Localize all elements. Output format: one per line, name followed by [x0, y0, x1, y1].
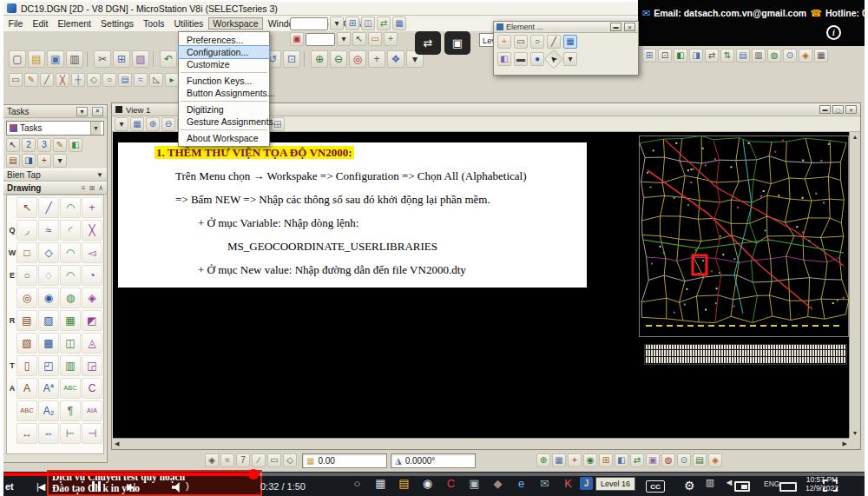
zoom-in-icon[interactable]: ⊕ [311, 50, 328, 68]
drawing-tool-icon[interactable]: A₂ [38, 400, 59, 421]
menuitem-digitizing[interactable]: Digitizing [179, 103, 269, 116]
view-attributes-icon[interactable]: ▦ [130, 117, 144, 131]
status-slash-icon[interactable]: ∕ [252, 453, 266, 467]
map-svg[interactable] [639, 136, 849, 337]
drawing-tool-icon[interactable]: ▤ [16, 310, 37, 331]
selection-arrow-icon[interactable]: ➤ [544, 50, 564, 69]
status-snap-icon[interactable]: ◈ [205, 453, 219, 467]
vertical-scrollbar[interactable]: ▲ ▼ [849, 132, 860, 438]
drawing-tool-icon[interactable]: ◫ [60, 333, 81, 354]
close-icon[interactable]: ✕ [92, 107, 103, 116]
drawing-tool-icon[interactable]: ⊣ [82, 423, 102, 444]
video-overlay-switch-button[interactable]: ⇄ [415, 31, 441, 55]
paste-icon[interactable]: ▨ [132, 50, 149, 68]
save-icon[interactable]: ▣ [47, 50, 64, 68]
drawing-tool-icon[interactable]: ◉ [38, 288, 59, 308]
taskbar-search-icon[interactable]: ○ [347, 473, 367, 493]
status-diamond-icon[interactable]: ◇ [283, 453, 297, 467]
previous-video-button[interactable]: |◀ [36, 481, 44, 493]
scroll-down-icon[interactable]: ▼ [852, 430, 858, 436]
status-tool-icon[interactable]: ◉ [583, 453, 597, 467]
fill-icon[interactable]: ◧ [69, 138, 82, 152]
menuitem-function-keys[interactable]: Function Keys... [179, 75, 269, 87]
drawing-tool-icon[interactable]: ↔ [16, 423, 37, 444]
drawing-tool-icon[interactable]: AIA [82, 400, 102, 421]
dash-icon[interactable]: ▬ [514, 52, 528, 66]
swap-icon[interactable]: ⇄ [377, 17, 391, 30]
fill-type-icon[interactable]: ◧ [497, 52, 511, 66]
cut-icon[interactable]: ✂ [94, 50, 111, 68]
language-indicator[interactable]: ENG [764, 479, 779, 488]
drawing-tool-icon[interactable]: ⇔ [38, 423, 59, 444]
progress-scrubber[interactable] [248, 469, 259, 479]
angle-field[interactable]: ◮ 0.0000° [391, 453, 476, 468]
place-block-icon[interactable]: ▭ [514, 35, 528, 49]
scroll-right-icon[interactable]: ▶ [843, 440, 847, 447]
layout-icon[interactable]: ◫ [361, 17, 375, 30]
drawing-tool-icon[interactable]: ◍ [60, 288, 81, 308]
pause-button[interactable] [92, 481, 101, 492]
status-tool-icon[interactable]: ⇄ [630, 453, 644, 467]
dropdown-icon[interactable]: ▾ [53, 154, 67, 168]
line-tool-icon[interactable]: ╱ [40, 73, 54, 87]
cells-icon[interactable]: ▤ [6, 154, 20, 168]
drawing-tool-icon[interactable]: ▧ [16, 333, 37, 354]
drawing-tool-icon[interactable]: ▥ [60, 355, 81, 376]
scroll-left-icon[interactable]: ◀ [115, 440, 119, 447]
grid-icon[interactable]: ▦ [814, 49, 828, 63]
active-color-icon[interactable]: ● [530, 52, 544, 66]
mail-icon[interactable]: ✉ [535, 473, 555, 493]
attr-combo-field[interactable] [306, 33, 335, 46]
drawing-tool-icon[interactable]: ◠ [60, 242, 81, 263]
zoom-out-icon[interactable]: ⊖ [161, 117, 175, 131]
cells-icon[interactable]: ▤ [118, 73, 132, 87]
miniplayer-button[interactable] [734, 481, 750, 492]
drawing-tool-icon[interactable]: ◔ [82, 265, 102, 286]
place-circle-icon[interactable]: ○ [530, 35, 544, 49]
drawing-tool-icon[interactable]: ABC [16, 400, 37, 421]
drawing-tool-icon[interactable]: + [82, 197, 102, 218]
drawing-tool-icon[interactable]: ≈ [38, 220, 59, 241]
pencil-icon[interactable]: ✎ [53, 138, 67, 152]
half-icon[interactable]: ◨ [22, 154, 36, 168]
chrome-icon[interactable]: ◉ [418, 473, 437, 493]
table-icon[interactable]: ▦ [392, 17, 406, 30]
drawing-tool-icon[interactable]: ◠ [60, 265, 81, 286]
drawing-tool-icon[interactable]: ⊢ [60, 423, 81, 444]
cross-icon[interactable]: + [368, 50, 385, 68]
drawing-tool-icon[interactable]: ◅ [82, 242, 102, 263]
drawing-tool-icon[interactable]: A [16, 378, 37, 399]
menu-tools[interactable]: Tools [139, 17, 170, 30]
pattern-plus-icon[interactable]: + [497, 35, 511, 49]
drawing-tool-icon[interactable]: ◈ [82, 288, 102, 308]
chevron-down-icon[interactable]: ▼ [76, 107, 88, 116]
menu-element[interactable]: Element [53, 17, 96, 30]
dropdown-icon[interactable]: ▾ [330, 17, 344, 30]
status-tool-icon[interactable]: ⊞ [599, 453, 613, 467]
place-line-icon[interactable]: ╱ [547, 35, 561, 49]
grid-view-icon[interactable]: ⊞ [89, 184, 95, 192]
app-gray-icon[interactable]: ▣ [464, 473, 484, 493]
menuitem-preferences[interactable]: Preferences... [179, 34, 269, 46]
app-j-icon[interactable]: J [580, 477, 593, 490]
zoom-out-icon[interactable]: ⊖ [330, 50, 347, 68]
app-brown-icon[interactable]: ◆ [488, 473, 508, 493]
drawing-tool-icon[interactable]: ○ [16, 265, 37, 286]
menuitem-about-workspace[interactable]: About Workspace [179, 132, 269, 144]
snap-icon[interactable]: ┼ [71, 73, 85, 87]
drawing-tool-icon[interactable]: ▯ [16, 355, 37, 376]
view-content[interactable]: 1. THÊM THƯ VIỆN TỌA ĐỘ VN2000: Trên Men… [113, 132, 849, 438]
video-overlay-copy-button[interactable]: ▣ [444, 31, 470, 55]
scroll-up-icon[interactable]: ▲ [852, 134, 858, 140]
status-tool-icon[interactable]: ◧ [615, 453, 628, 467]
diamond-icon[interactable]: ◈ [799, 49, 812, 63]
drawing-tool-icon[interactable]: ◲ [82, 355, 102, 376]
minimize-icon[interactable]: ▬ [819, 105, 831, 114]
play-icon[interactable]: ▸ [165, 73, 179, 87]
reference-icon[interactable]: ⊡ [658, 49, 672, 63]
status-tool-icon[interactable]: ◍ [661, 453, 675, 467]
menu-workspace[interactable]: Workspace [208, 17, 263, 30]
drawing-tool-icon[interactable]: ╳ [82, 220, 102, 241]
status-7-icon[interactable]: 7 [236, 453, 250, 467]
next-video-button[interactable]: ▶| [127, 481, 135, 493]
